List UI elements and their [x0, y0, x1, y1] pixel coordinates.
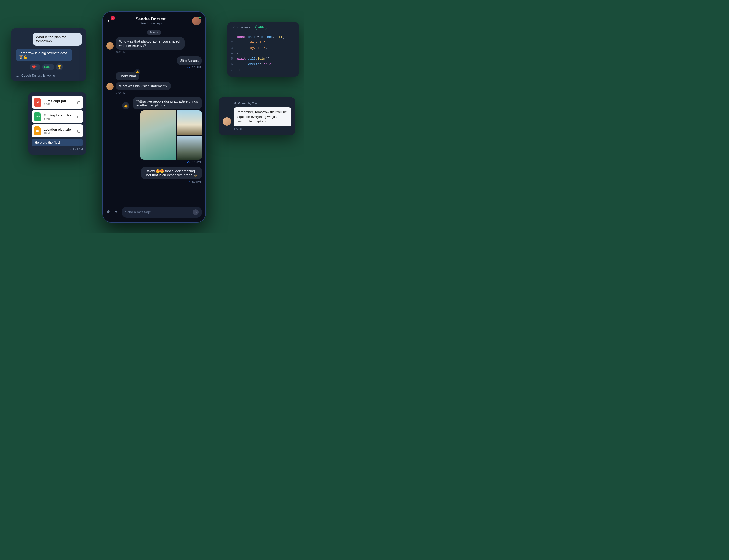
image-attachment-grid[interactable]: [140, 110, 202, 160]
file-size: 4 MB: [44, 103, 75, 106]
message-composer: Send a message ➔: [103, 204, 205, 222]
message-bubble: Who was that photographer you shared wit…: [116, 37, 185, 50]
message-received[interactable]: What was his vision statement?: [106, 82, 202, 90]
files-caption: Here are the files!: [32, 139, 83, 146]
last-seen: Seen 1 hour ago: [136, 22, 166, 25]
contact-name[interactable]: Sandra Dorsett: [136, 17, 166, 22]
code-line: 2'default',: [231, 40, 295, 45]
arrow-right-icon: ➔: [194, 210, 197, 214]
code-line: 1const call = client.call(: [231, 35, 295, 40]
attachment-icon[interactable]: [106, 210, 111, 215]
messages-scroll[interactable]: May 7 Who was that photographer you shar…: [103, 28, 205, 204]
pdf-file-icon: pdf: [34, 98, 41, 107]
back-button[interactable]: ‹ 7: [107, 18, 109, 24]
date-separator: May 7: [147, 30, 161, 35]
message-sent[interactable]: Wow 🤩🤩 those look amazing. I bet that is…: [106, 167, 202, 179]
code-body: 1const call = client.call( 2'default', 3…: [227, 33, 299, 77]
code-snippet-card: Components APIs 1const call = client.cal…: [227, 22, 299, 77]
attached-image[interactable]: [176, 110, 202, 135]
code-tabs: Components APIs: [227, 22, 299, 33]
reaction-add[interactable]: 😅: [56, 63, 63, 70]
pinned-avatar: [223, 117, 231, 126]
presence-online-icon: [198, 16, 201, 19]
pinned-timestamp: 2:14 PM: [233, 128, 291, 131]
message-sent[interactable]: 👍 "Attractive people doing attractive th…: [106, 97, 202, 109]
thumbs-up-icon[interactable]: 👍: [122, 102, 129, 109]
message-sent[interactable]: Slim Aarons: [106, 56, 202, 65]
check-icon: ✓: [70, 148, 72, 151]
unread-badge: 7: [111, 16, 115, 20]
tab-components[interactable]: Components: [231, 25, 252, 30]
code-line: 6create: true: [231, 62, 295, 67]
file-row[interactable]: zip Location pict...zip 18 MB ▢: [32, 124, 83, 137]
chat-header: ‹ 7 Sandra Dorsett Seen 1 hour ago: [103, 12, 205, 28]
reactions-row: ❤️ 2 LOL 2 😅: [30, 63, 82, 70]
message-time: 3:04PM: [116, 91, 202, 94]
message-bubble: Slim Aarons: [176, 56, 202, 65]
file-name: Location pict...zip: [44, 128, 75, 131]
lol-icon: LOL: [44, 65, 50, 68]
input-placeholder: Send a message: [125, 210, 151, 214]
message-received[interactable]: That's him! 👍: [106, 72, 202, 80]
file-row[interactable]: xlsx Filming loca...xlsx 3 MB ▢: [32, 110, 83, 123]
file-size: 3 MB: [44, 117, 75, 120]
pinned-header: Pinned by You: [233, 101, 291, 105]
message-input[interactable]: Send a message ➔: [122, 207, 202, 218]
zip-file-icon: zip: [34, 126, 41, 135]
contact-avatar[interactable]: [192, 17, 201, 25]
folder-open-icon[interactable]: ▢: [77, 115, 80, 119]
message-bubble: What was his vision statement?: [116, 82, 171, 90]
pin-icon: [233, 101, 236, 105]
phone-chat-screen: ‹ 7 Sandra Dorsett Seen 1 hour ago May 7…: [102, 11, 206, 223]
code-line: 7});: [231, 67, 295, 73]
folder-open-icon[interactable]: ▢: [77, 100, 80, 104]
sender-avatar: [106, 42, 114, 50]
reaction-heart[interactable]: ❤️ 2: [30, 64, 40, 70]
reaction-lol[interactable]: LOL 2: [42, 64, 54, 70]
code-line: 5await call.join({: [231, 56, 295, 62]
pinned-message-card: Pinned by You Remember, Tomorrow their w…: [219, 97, 295, 135]
double-check-icon: ✓✓: [187, 180, 190, 183]
message-time: ✓✓ 3:09PM: [106, 180, 201, 183]
message-time: ✓✓ 3:05PM: [106, 161, 201, 164]
outgoing-message: Tomorrow is a big strength day! 🏋️💪: [16, 49, 72, 61]
heart-icon: ❤️: [32, 65, 36, 69]
typing-indicator: Coach Tamera is typing: [16, 74, 82, 77]
typing-dots-icon: [16, 74, 20, 77]
file-name: Film Script.pdf: [44, 99, 75, 103]
double-check-icon: ✓✓: [187, 161, 190, 164]
message-bubble: "Attractive people doing attractive thin…: [133, 97, 202, 109]
message-bubble: Wow 🤩🤩 those look amazing. I bet that is…: [141, 167, 202, 179]
folder-open-icon[interactable]: ▢: [77, 129, 80, 133]
double-check-icon: ✓✓: [187, 66, 190, 69]
lightning-icon[interactable]: [114, 210, 118, 215]
files-card: pdf Film Script.pdf 4 MB ▢ xlsx Filming …: [28, 92, 86, 155]
xlsx-file-icon: xlsx: [34, 112, 41, 121]
code-line: 3'xyz-123',: [231, 45, 295, 51]
chevron-left-icon: ‹: [107, 18, 109, 24]
tab-apis[interactable]: APIs: [255, 25, 267, 30]
file-size: 18 MB: [44, 131, 75, 134]
message-time: 3:00PM: [116, 51, 202, 53]
message-received[interactable]: Who was that photographer you shared wit…: [106, 37, 202, 50]
message-time: ✓✓ 3:01PM: [106, 66, 201, 69]
file-row[interactable]: pdf Film Script.pdf 4 MB ▢: [32, 96, 83, 109]
attached-image[interactable]: [176, 136, 202, 160]
coach-chat-card: What is the plan for tomorrow? Tomorrow …: [11, 28, 86, 81]
message-bubble: That's him! 👍: [116, 72, 139, 80]
pinned-message-text: Remember, Tomorrow their will be a quiz …: [233, 107, 291, 126]
attached-image[interactable]: [140, 110, 176, 160]
incoming-message: What is the plan for tomorrow?: [33, 33, 82, 46]
send-button[interactable]: ➔: [193, 209, 198, 215]
code-line: 4);: [231, 51, 295, 56]
file-name: Filming loca...xlsx: [44, 113, 75, 117]
thumbs-up-reaction-icon[interactable]: 👍: [134, 69, 140, 75]
files-timestamp: ✓ 9:41 AM: [32, 148, 83, 151]
sender-avatar: [106, 83, 114, 90]
